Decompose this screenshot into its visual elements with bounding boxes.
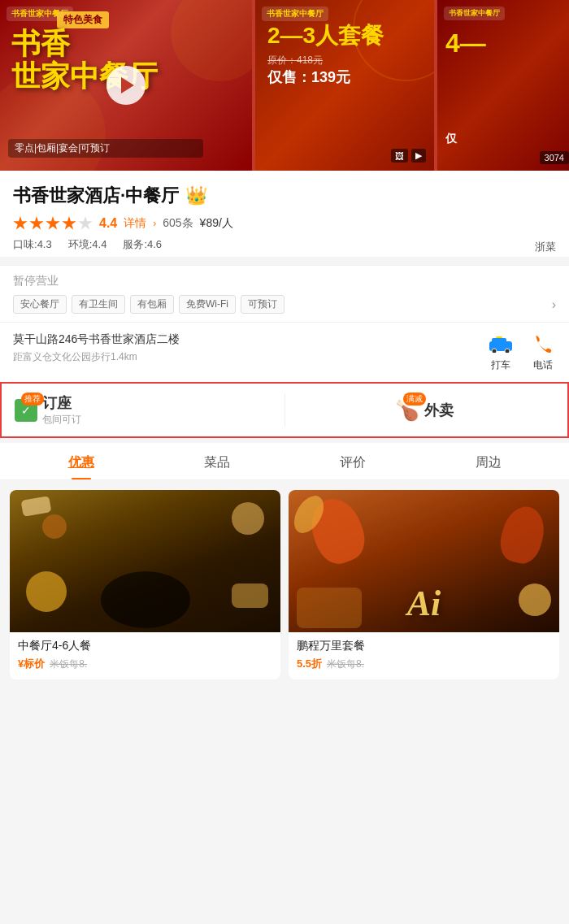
star-1	[13, 216, 28, 231]
ai-label: Ai	[407, 583, 441, 624]
tag-anxin: 安心餐厅	[13, 295, 67, 314]
tag-privatebox: 有包厢	[130, 295, 174, 314]
taxi-action[interactable]: 打车	[488, 332, 514, 372]
price-per-person: ¥89/人	[200, 216, 233, 231]
food-card-2-image: Ai	[289, 490, 559, 632]
gallery-item-mid[interactable]: 书香世家中餐厅 2—3人套餐 原价：418元 仅售：139元 🖼 ▶	[255, 0, 434, 171]
restaurant-name: 书香世家酒店·中餐厅	[13, 184, 179, 208]
env-rating: 环境:4.4	[68, 237, 107, 252]
address-distance: 距富义仓文化公园步行1.4km	[13, 350, 480, 364]
food-card-2-price: 5.5折	[297, 657, 322, 671]
gallery-bottom-text: 零点|包厢|宴会|可预订	[8, 139, 203, 158]
action-divider	[284, 394, 285, 427]
gallery-right-logo: 书香世家中餐厅	[444, 7, 505, 20]
review-count: 605条	[163, 216, 193, 231]
star-5-empty	[78, 216, 93, 231]
play-triangle-icon	[121, 77, 134, 93]
tags-chevron-icon[interactable]: ›	[552, 297, 556, 312]
food-card-1-image	[10, 490, 280, 632]
chevron-right-icon: ›	[153, 218, 156, 229]
phone-icon	[530, 332, 556, 355]
cuisine-type: 浙菜	[535, 240, 556, 254]
phone-label: 电话	[533, 358, 553, 372]
reservation-label: 订座	[42, 393, 81, 413]
svg-point-2	[492, 349, 497, 353]
address-main: 莫干山路246号书香世家酒店二楼	[13, 332, 480, 347]
gallery-mid-icons: 🖼 ▶	[391, 149, 426, 163]
tag-booking: 可预订	[241, 295, 284, 314]
delivery-section[interactable]: 🍗 满减 外卖	[295, 399, 555, 422]
rating-detail-link[interactable]: 详情	[124, 216, 146, 231]
address-text: 莫干山路246号书香世家酒店二楼 距富义仓文化公园步行1.4km	[13, 332, 480, 364]
star-4	[62, 216, 76, 231]
food-card-1-price: ¥标价	[18, 657, 45, 671]
food-card-1[interactable]: 中餐厅4-6人餐 ¥标价 米饭每8.	[10, 490, 280, 679]
reservation-button-wrapper[interactable]: ✓ 推荐	[15, 399, 37, 422]
gallery-item-right[interactable]: 书香世家中餐厅 4— 3074 仅	[437, 0, 569, 171]
taxi-label: 打车	[491, 358, 510, 372]
food-card-2-original: 米饭每8.	[327, 657, 364, 671]
address-row: 莫干山路246号书香世家酒店二楼 距富义仓文化公园步行1.4km 打车	[0, 322, 569, 382]
restaurant-title-row: 书香世家酒店·中餐厅 👑	[13, 184, 556, 208]
crown-icon: 👑	[185, 185, 207, 206]
reservation-badge: 推荐	[21, 393, 44, 406]
sub-ratings-row: 口味:4.3 环境:4.4 服务:4.6 浙菜	[13, 237, 556, 257]
delivery-button-wrapper[interactable]: 🍗 满减	[395, 399, 419, 422]
food-cards-grid: 中餐厅4-6人餐 ¥标价 米饭每8. Ai 鹏程万里套餐 5.5折 米饭每8.	[0, 480, 569, 689]
gallery-right-price-range: 4—	[445, 28, 486, 59]
tag-washroom: 有卫生间	[72, 295, 125, 314]
tab-discount[interactable]: 优惠	[13, 443, 149, 479]
phone-action[interactable]: 电话	[530, 332, 556, 372]
tab-dishes[interactable]: 菜品	[149, 443, 284, 479]
svg-rect-1	[492, 338, 506, 345]
play-button[interactable]	[106, 66, 146, 105]
gallery-mid-content: 2—3人套餐 原价：418元 仅售：139元	[267, 24, 422, 87]
delivery-label: 外卖	[424, 401, 454, 420]
svg-point-3	[505, 349, 510, 353]
service-rating: 服务:4.6	[123, 237, 162, 252]
rating-row: 4.4 详情 › 605条 ¥89/人	[13, 216, 556, 231]
video-icon-badge: ▶	[411, 149, 426, 163]
star-3	[46, 216, 60, 231]
action-buttons-row: ✓ 推荐 订座 包间可订 🍗 满减 外卖	[0, 382, 569, 438]
food-card-1-prices: ¥标价 米饭每8.	[18, 657, 272, 671]
tab-reviews[interactable]: 评价	[284, 443, 420, 479]
status-text: 暂停营业	[13, 274, 556, 288]
star-2	[29, 216, 44, 231]
tag-wifi: 免费Wi-Fi	[179, 295, 236, 314]
reservation-labels: 订座 包间可订	[42, 393, 81, 427]
food-card-2[interactable]: Ai 鹏程万里套餐 5.5折 米饭每8.	[289, 490, 559, 679]
delivery-badge: 满减	[403, 393, 426, 406]
tags-row: 安心餐厅 有卫生间 有包厢 免费Wi-Fi 可预订 ›	[13, 295, 556, 314]
food-card-1-title: 中餐厅4-6人餐	[18, 639, 272, 653]
reservation-section: ✓ 推荐 订座 包间可订	[15, 393, 275, 427]
status-row: 暂停营业 安心餐厅 有卫生间 有包厢 免费Wi-Fi 可预订 ›	[0, 265, 569, 322]
tabs-row: 优惠 菜品 评价 周边	[0, 438, 569, 480]
food-card-2-title: 鹏程万里套餐	[297, 639, 551, 653]
info-section: 书香世家酒店·中餐厅 👑 4.4 详情 › 605条 ¥89/人 口味:4.3 …	[0, 171, 569, 257]
gallery-item-main[interactable]: 书香世家中餐厅 特色美食 书香世家中餐厅 零点|包厢|宴会|可预订	[0, 0, 252, 171]
gallery-mid-logo: 书香世家中餐厅	[262, 7, 328, 21]
taxi-icon	[488, 332, 514, 355]
food-card-1-original: 米饭每8.	[50, 657, 87, 671]
food-card-2-prices: 5.5折 米饭每8.	[297, 657, 551, 671]
gallery: 书香世家中餐厅 特色美食 书香世家中餐厅 零点|包厢|宴会|可预订 书香世家中餐…	[0, 0, 569, 171]
gallery-label-badge: 特色美食	[57, 11, 109, 28]
food-card-1-info: 中餐厅4-6人餐 ¥标价 米饭每8.	[10, 632, 280, 679]
reservation-sub-label: 包间可订	[42, 413, 81, 427]
tab-nearby[interactable]: 周边	[420, 443, 556, 479]
rating-score: 4.4	[99, 216, 117, 231]
address-actions: 打车 电话	[488, 332, 556, 372]
image-icon-badge: 🖼	[391, 149, 408, 163]
gallery-count-badge: 3074	[540, 151, 569, 164]
svg-rect-4	[496, 336, 502, 338]
taste-rating: 口味:4.3	[13, 237, 52, 252]
food-card-2-info: 鹏程万里套餐 5.5折 米饭每8.	[289, 632, 559, 679]
sub-ratings: 口味:4.3 环境:4.4 服务:4.6	[13, 237, 162, 252]
star-rating	[13, 216, 93, 231]
gallery-right-suffix: 仅	[445, 132, 457, 146]
